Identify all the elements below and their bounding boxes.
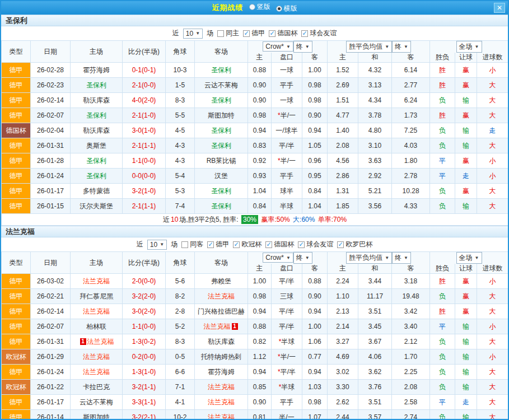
column-header: 日期 — [31, 252, 71, 274]
summary-segment: 近 — [163, 216, 170, 223]
filter-checkbox[interactable]: 同主 — [217, 29, 239, 38]
match-date: 26-01-24 — [31, 169, 71, 184]
filter-checkbox[interactable]: ✓德甲 — [243, 29, 265, 38]
checkbox-unchecked-icon[interactable] — [181, 241, 188, 248]
period-select[interactable]: 终▼ — [392, 252, 411, 264]
checkbox-checked-icon[interactable]: ✓ — [337, 241, 344, 248]
handicap-outcome: 赢 — [455, 108, 477, 123]
checkbox-checked-icon[interactable]: ✓ — [269, 30, 275, 37]
europe-odds-select-value: 胜平负均值 — [349, 42, 382, 52]
handicap-away-odds: 0.94 — [302, 123, 328, 138]
filter-checkbox[interactable]: ✓球会友谊 — [298, 240, 333, 249]
handicap-away-odds: 0.77 — [302, 349, 328, 365]
euro-home-odds: 2.24 — [328, 274, 358, 289]
scope-select-value: 全场 — [459, 253, 473, 263]
euro-away-odds: 2.78 — [392, 169, 430, 184]
checkbox-checked-icon[interactable]: ✓ — [233, 241, 240, 248]
checkbox-unchecked-icon[interactable] — [217, 30, 224, 37]
home-team: 卡拉巴克 — [71, 380, 123, 395]
filter-checkbox[interactable]: 同客 — [181, 240, 203, 249]
goals-outcome: 大 — [477, 380, 508, 395]
home-team: 勒沃库森 — [71, 123, 123, 138]
team-name-text: 多特蒙德 — [83, 187, 110, 195]
handicap-outcome: 赢 — [455, 304, 477, 319]
euro-away-odds: 3.42 — [392, 304, 430, 319]
filter-checkbox[interactable]: ✓欧罗巴杯 — [337, 240, 372, 249]
checkbox-checked-icon[interactable]: ✓ — [298, 241, 305, 248]
goals-outcome: 大 — [477, 365, 508, 380]
filter-checkbox[interactable]: ✓德国杯 — [269, 29, 297, 38]
corner-score: 8-3 — [166, 93, 195, 108]
corner-score: 8-2 — [166, 289, 195, 304]
europe-odds-select[interactable]: 胜平负均值▼ — [346, 41, 392, 53]
summary-segment: 10 — [171, 216, 178, 223]
away-team: 霍芬海姆 — [195, 365, 248, 380]
scope-select[interactable]: 全场▼ — [456, 41, 482, 53]
scope-select[interactable]: 全场▼ — [456, 252, 482, 264]
euro-home-odds: 2.08 — [328, 138, 358, 153]
odds-company-select[interactable]: Crow*▼ — [263, 253, 293, 263]
filter-checkbox[interactable]: ✓球会友谊 — [301, 29, 337, 38]
period-select[interactable]: 终▼ — [293, 252, 312, 264]
corner-score: 4-3 — [166, 138, 195, 153]
home-team: 圣保利 — [71, 153, 123, 169]
handicap-home-odds: 0.92 — [248, 153, 272, 169]
home-team: 法兰克福 — [71, 349, 123, 365]
corner-score: 5-3 — [166, 184, 195, 199]
layout-radio-selected[interactable]: 横版 — [276, 4, 297, 13]
away-team: 法兰克福1 — [195, 319, 248, 334]
summary-segment: 30% — [241, 215, 258, 224]
filter-checkbox[interactable]: ✓德甲 — [207, 240, 229, 249]
euro-away-odds: 3.40 — [392, 319, 430, 334]
europe-odds-header: 胜平负均值▼终▼ — [328, 252, 430, 264]
goals-outcome: 大 — [477, 410, 508, 420]
home-team: 多特蒙德 — [71, 184, 123, 199]
handicap-home-odds: 0.85 — [248, 380, 272, 395]
scope-header: 全场▼ — [430, 41, 508, 53]
team-name-text: 圣保利 — [86, 111, 106, 119]
euro-away-odds: 1.80 — [392, 153, 430, 169]
home-team: 云达不莱梅 — [71, 395, 123, 410]
home-team: 勒沃库森 — [71, 93, 123, 108]
euro-home-odds: 3.30 — [328, 380, 358, 395]
europe-odds-select-value: 胜平负均值 — [349, 253, 382, 263]
match-date: 26-01-14 — [31, 410, 71, 420]
filter-checkbox[interactable]: ✓德国杯 — [265, 240, 294, 249]
handicap-home-odds: 0.94 — [248, 123, 272, 138]
checkbox-checked-icon[interactable]: ✓ — [301, 30, 308, 37]
corner-score: 7-4 — [166, 199, 195, 214]
goals-outcome: 大 — [477, 78, 508, 93]
period-select[interactable]: 终▼ — [293, 41, 312, 53]
team-name-text: 圣保利 — [211, 96, 231, 104]
match-row: 德甲26-01-14斯图加特3-2(2-1)10-2法兰克福0.81半/一1.0… — [2, 410, 508, 420]
europe-odds-select[interactable]: 胜平负均值▼ — [346, 252, 392, 264]
match-score: 1-1(0-0) — [123, 153, 166, 169]
handicap-away-odds: 0.98 — [302, 395, 328, 410]
close-icon[interactable]: ✕ — [494, 3, 505, 13]
handicap-away-odds: 1.07 — [302, 410, 328, 420]
column-header: 主 — [328, 53, 358, 63]
checkbox-checked-icon[interactable]: ✓ — [243, 30, 250, 37]
layout-radio-unselected[interactable]: 竖版 — [249, 2, 270, 12]
period-select[interactable]: 终▼ — [392, 41, 411, 53]
checkbox-checked-icon[interactable]: ✓ — [207, 241, 214, 248]
column-header: 客 — [392, 264, 430, 274]
handicap-line: *半/一 — [272, 153, 302, 169]
scope-header: 全场▼ — [430, 252, 508, 264]
handicap-away-odds: 0.84 — [302, 184, 328, 199]
odds-company-select[interactable]: Crow*▼ — [263, 41, 293, 52]
recent-count-select[interactable]: 10▼ — [147, 240, 167, 250]
home-team: 圣保利 — [71, 78, 123, 93]
checkbox-checked-icon[interactable]: ✓ — [265, 241, 272, 248]
euro-draw-odds: 3.10 — [358, 138, 392, 153]
handicap-home-odds: 0.88 — [248, 319, 272, 334]
corner-score: 6-6 — [166, 365, 195, 380]
handicap-away-odds: 1.04 — [302, 199, 328, 214]
handicap-home-odds: 0.90 — [248, 78, 272, 93]
euro-draw-odds: 3.51 — [358, 304, 392, 319]
handicap-text: 半球 — [281, 338, 295, 346]
filter-checkbox[interactable]: ✓欧冠杯 — [233, 240, 261, 249]
recent-count-select[interactable]: 10▼ — [183, 29, 203, 39]
handicap-home-odds: 0.83 — [248, 138, 272, 153]
euro-draw-odds: 3.78 — [358, 108, 392, 123]
